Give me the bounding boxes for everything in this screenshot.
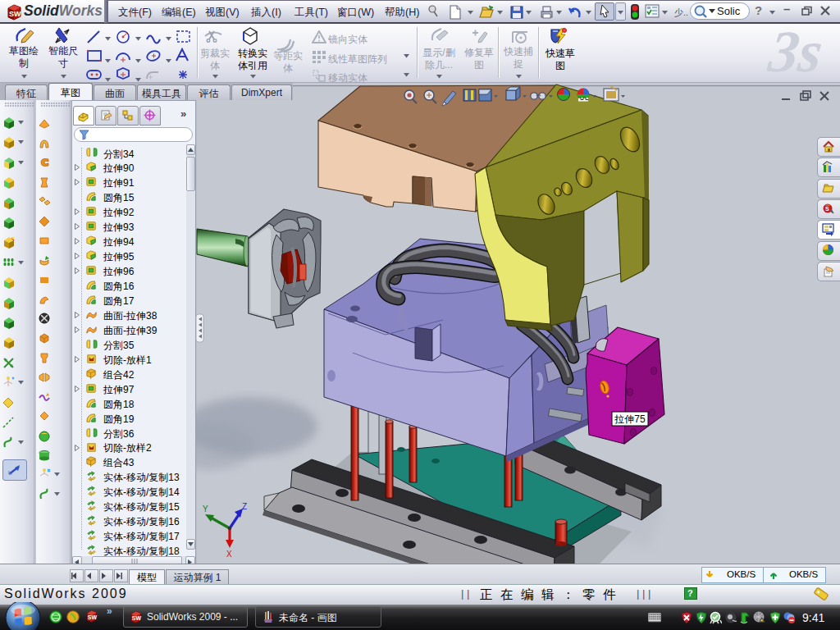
svg-text:SW: SW	[88, 614, 98, 620]
svg-text:X: X	[226, 550, 232, 559]
svg-text:SW: SW	[132, 615, 142, 621]
svg-text:Z: Z	[242, 502, 247, 511]
svg-text:拉伸75: 拉伸75	[614, 413, 646, 425]
svg-text:Y: Y	[203, 504, 208, 514]
svg-text:SW: SW	[9, 10, 21, 18]
svg-text:S: S	[825, 206, 829, 212]
